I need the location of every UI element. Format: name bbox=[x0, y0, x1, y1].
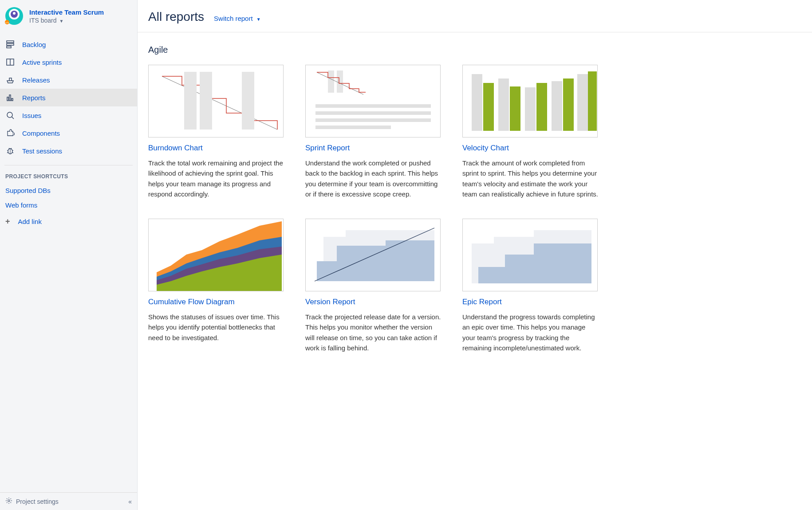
report-cards-grid: Burndown Chart Track the total work rema… bbox=[138, 65, 812, 353]
card-title[interactable]: Velocity Chart bbox=[462, 144, 600, 153]
board-icon bbox=[5, 57, 15, 67]
sidebar-item-test-sessions[interactable]: Test sessions bbox=[0, 142, 137, 160]
report-card-velocity[interactable]: Velocity Chart Track the amount of work … bbox=[462, 65, 600, 199]
project-header: </> Interactive Team Scrum ITS board ▼ bbox=[0, 0, 137, 34]
add-link-button[interactable]: + Add link bbox=[0, 212, 137, 231]
page-title: All reports bbox=[148, 10, 204, 24]
card-title[interactable]: Cumulative Flow Diagram bbox=[148, 298, 286, 306]
sidebar-nav: Backlog Active sprints Releases Reports … bbox=[0, 34, 137, 161]
card-desc: Understand the work completed or pushed … bbox=[305, 158, 443, 199]
svg-line-29 bbox=[315, 228, 434, 281]
svg-line-15 bbox=[12, 117, 14, 119]
board-selector[interactable]: ITS board ▼ bbox=[29, 17, 133, 24]
svg-line-19 bbox=[12, 150, 14, 151]
section-title-agile: Agile bbox=[138, 32, 812, 65]
plus-icon: + bbox=[5, 217, 10, 226]
sidebar-item-releases[interactable]: Releases bbox=[0, 71, 137, 89]
svg-rect-13 bbox=[12, 98, 13, 101]
report-card-burndown[interactable]: Burndown Chart Track the total work rema… bbox=[148, 65, 286, 199]
svg-rect-11 bbox=[7, 97, 8, 101]
svg-rect-8 bbox=[7, 46, 11, 48]
epic-report-thumb-icon bbox=[462, 219, 598, 291]
report-card-sprint[interactable]: Sprint Report Understand the work comple… bbox=[305, 65, 443, 199]
card-title[interactable]: Epic Report bbox=[462, 298, 600, 306]
svg-point-14 bbox=[7, 112, 12, 118]
svg-point-24 bbox=[8, 500, 10, 502]
svg-rect-12 bbox=[9, 95, 11, 101]
bar-chart-icon bbox=[5, 93, 15, 102]
sidebar-item-reports[interactable]: Reports bbox=[0, 89, 137, 106]
svg-text:</>: </> bbox=[5, 21, 9, 24]
svg-line-20 bbox=[7, 152, 8, 153]
backlog-icon bbox=[5, 39, 15, 49]
divider bbox=[4, 165, 133, 165]
shortcut-supported-dbs[interactable]: Supported DBs bbox=[0, 183, 137, 198]
card-desc: Track the projected release date for a v… bbox=[305, 312, 443, 353]
main-header: All reports Switch report ▼ bbox=[138, 0, 812, 32]
card-desc: Understand the progress towards completi… bbox=[462, 312, 600, 353]
card-desc: Track the amount of work completed from … bbox=[462, 158, 600, 199]
switch-report-dropdown[interactable]: Switch report ▼ bbox=[214, 15, 261, 22]
cfd-thumb-icon bbox=[148, 219, 284, 291]
card-title[interactable]: Sprint Report bbox=[305, 144, 443, 153]
card-title[interactable]: Version Report bbox=[305, 298, 443, 306]
puzzle-icon bbox=[5, 128, 15, 138]
nav-label: Test sessions bbox=[22, 147, 62, 155]
sidebar-footer: Project settings « bbox=[0, 492, 137, 510]
project-title[interactable]: Interactive Team Scrum bbox=[29, 8, 133, 16]
gear-icon bbox=[5, 497, 12, 506]
ship-icon bbox=[5, 75, 15, 85]
shortcut-web-forms[interactable]: Web forms bbox=[0, 198, 137, 212]
main-content: All reports Switch report ▼ Agile Burndo… bbox=[138, 0, 812, 510]
report-card-epic[interactable]: Epic Report Understand the progress towa… bbox=[462, 219, 600, 353]
board-selector-label: ITS board bbox=[29, 17, 56, 24]
card-title[interactable]: Burndown Chart bbox=[148, 144, 286, 153]
nav-label: Releases bbox=[22, 76, 50, 84]
switch-report-label: Switch report bbox=[214, 15, 253, 22]
sprint-report-thumb-icon bbox=[305, 65, 441, 137]
card-desc: Shows the statuses of issues over time. … bbox=[148, 312, 286, 343]
svg-rect-6 bbox=[7, 41, 14, 43]
bug-icon bbox=[5, 146, 15, 156]
sidebar-item-backlog[interactable]: Backlog bbox=[0, 35, 137, 53]
svg-line-18 bbox=[7, 150, 8, 151]
version-report-thumb-icon bbox=[305, 219, 441, 291]
nav-label: Components bbox=[22, 129, 60, 137]
collapse-sidebar-icon[interactable]: « bbox=[128, 498, 132, 505]
nav-label: Issues bbox=[22, 112, 41, 119]
chevron-down-icon: ▼ bbox=[256, 17, 261, 22]
report-card-version[interactable]: Version Report Track the projected relea… bbox=[305, 219, 443, 353]
nav-label: Active sprints bbox=[22, 59, 62, 66]
burndown-chart-thumb-icon bbox=[148, 65, 284, 137]
svg-line-21 bbox=[12, 152, 14, 153]
svg-rect-7 bbox=[7, 43, 14, 45]
project-avatar-icon: </> bbox=[4, 6, 24, 26]
report-card-cfd[interactable]: Cumulative Flow Diagram Shows the status… bbox=[148, 219, 286, 353]
sidebar-item-components[interactable]: Components bbox=[0, 124, 137, 142]
sidebar: </> Interactive Team Scrum ITS board ▼ B… bbox=[0, 0, 138, 510]
add-link-label: Add link bbox=[18, 218, 42, 225]
svg-point-3 bbox=[13, 12, 16, 15]
sidebar-item-issues[interactable]: Issues bbox=[0, 106, 137, 124]
nav-label: Reports bbox=[22, 94, 46, 102]
search-icon bbox=[5, 110, 15, 120]
nav-label: Backlog bbox=[22, 41, 46, 48]
velocity-chart-thumb-icon bbox=[462, 65, 598, 137]
card-desc: Track the total work remaining and proje… bbox=[148, 158, 286, 199]
shortcuts-heading: PROJECT SHORTCUTS bbox=[0, 169, 137, 183]
sidebar-item-active-sprints[interactable]: Active sprints bbox=[0, 53, 137, 71]
chevron-down-icon: ▼ bbox=[59, 19, 63, 24]
project-settings-link[interactable]: Project settings bbox=[16, 498, 59, 505]
